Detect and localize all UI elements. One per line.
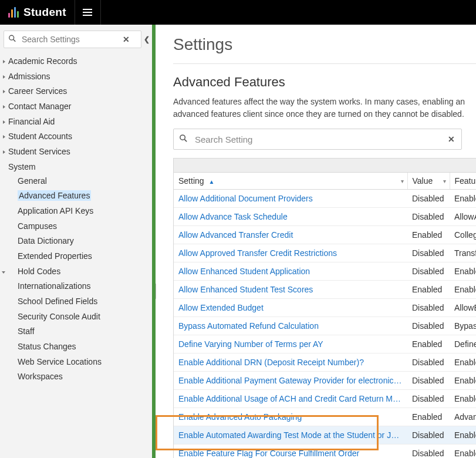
setting-feature: Enable xyxy=(450,281,476,299)
page-title: Settings xyxy=(173,35,476,54)
column-label: Featu xyxy=(455,176,476,186)
setting-link[interactable]: Enable Feature Flag For Course Fulfillme… xyxy=(174,444,407,459)
setting-link[interactable]: Bypass Automated Refund Calculation xyxy=(174,317,407,335)
column-header-feature[interactable]: Featu xyxy=(450,173,476,190)
setting-link[interactable]: Allow Advance Task Schedule xyxy=(174,208,407,226)
column-header-setting[interactable]: Setting ▲ ▾ xyxy=(174,173,407,190)
sidebar-search: ✕ ❮ xyxy=(0,25,152,54)
setting-feature: Enable xyxy=(450,190,476,208)
collapse-sidebar-button[interactable]: ❮ xyxy=(144,35,150,43)
sidebar-search-input[interactable] xyxy=(4,31,141,48)
sidebar-item-label: Staff xyxy=(18,326,35,336)
table-row[interactable]: Allow Extended BudgetDisabledAllowE xyxy=(174,299,476,317)
clear-icon[interactable]: ✕ xyxy=(448,134,455,144)
sidebar-item-label: Data Dictionary xyxy=(18,236,74,245)
clear-icon[interactable]: ✕ xyxy=(123,35,130,44)
setting-value: Disabled xyxy=(407,208,450,226)
sidebar-subitem-school-defined-fields[interactable]: School Defined Fields xyxy=(18,294,152,309)
sidebar-item-academic-records[interactable]: Academic Records xyxy=(0,54,152,69)
sidebar-item-label: Campuses xyxy=(18,221,57,231)
setting-link[interactable]: Enable Additional DRN (Deposit Receipt N… xyxy=(174,353,407,372)
column-header-value[interactable]: Value ▾ xyxy=(407,173,450,190)
sidebar-item-label: Security Console Audit xyxy=(18,312,100,321)
chevron-down-icon[interactable]: ▾ xyxy=(443,178,446,184)
sidebar-nav: Academic Records Admissions Career Servi… xyxy=(0,54,152,392)
table-row[interactable]: Enable Advanced Auto PackagingEnabledAdv… xyxy=(174,408,476,426)
sidebar-item-financial-aid[interactable]: Financial Aid xyxy=(0,114,152,130)
setting-link[interactable]: Define Varying Number of Terms per AY xyxy=(174,335,407,353)
table-row[interactable]: Enable Additional DRN (Deposit Receipt N… xyxy=(174,353,476,372)
section-title: Advanced Features xyxy=(173,75,476,90)
setting-link[interactable]: Allow Enhanced Student Application xyxy=(174,262,407,281)
sidebar-subitem-advanced-features[interactable]: Advanced Features xyxy=(18,188,152,204)
table-row[interactable]: Define Varying Number of Terms per AYEna… xyxy=(174,335,476,353)
setting-value: Disabled xyxy=(407,262,450,281)
menu-toggle-button[interactable] xyxy=(75,0,101,25)
sidebar-subitem-workspaces[interactable]: Workspaces xyxy=(18,369,152,385)
setting-value: Disabled xyxy=(407,353,450,372)
table-row[interactable]: Enable Additional Usage of ACH and Credi… xyxy=(174,390,476,408)
sidebar-item-label: Financial Aid xyxy=(8,117,55,126)
sidebar-subitem-general[interactable]: General xyxy=(18,174,152,189)
setting-link[interactable]: Enable Advanced Auto Packaging xyxy=(174,408,407,426)
main-content: Settings Advanced Features Advanced feat… xyxy=(154,25,476,458)
setting-link[interactable]: Enable Automated Awarding Test Mode at t… xyxy=(174,426,407,444)
sidebar-subitem-internationalizations[interactable]: Internationalizations xyxy=(18,279,152,294)
setting-feature: Enable xyxy=(450,426,476,444)
sidebar-item-system[interactable]: System General Advanced Features Applica… xyxy=(0,160,152,386)
setting-feature: AllowA xyxy=(450,208,476,226)
sidebar-subitem-application-api-keys[interactable]: Application API Keys xyxy=(18,204,152,219)
sidebar-item-label: Internationalizations xyxy=(18,281,91,291)
settings-grid: Setting ▲ ▾ Value ▾ Featu Allow Addit xyxy=(173,158,476,458)
setting-value: Disabled xyxy=(407,390,450,408)
setting-link[interactable]: Allow Enhanced Student Test Scores xyxy=(174,281,407,299)
sidebar-item-label: General xyxy=(18,176,47,186)
sidebar-item-label: Admissions xyxy=(8,72,50,81)
sidebar-subitem-web-service-locations[interactable]: Web Service Locations xyxy=(18,355,152,370)
section-description: Advanced features affect the way the sys… xyxy=(173,96,476,120)
table-row[interactable]: Enable Additional Payment Gateway Provid… xyxy=(174,372,476,390)
setting-link[interactable]: Enable Additional Payment Gateway Provid… xyxy=(174,372,407,390)
setting-value: Disabled xyxy=(407,190,450,208)
table-row[interactable]: Allow Approved Transfer Credit Restricti… xyxy=(174,244,476,262)
sidebar-subitem-hold-codes[interactable]: Hold Codes xyxy=(18,264,152,279)
table-row[interactable]: Allow Enhanced Student Test ScoresEnable… xyxy=(174,281,476,299)
table-row[interactable]: Enable Automated Awarding Test Mode at t… xyxy=(174,426,476,444)
sidebar-subitem-security-console-audit[interactable]: Security Console Audit xyxy=(18,309,152,325)
table-row[interactable]: Enable Feature Flag For Course Fulfillme… xyxy=(174,444,476,459)
setting-feature: Define xyxy=(450,335,476,353)
setting-value: Disabled xyxy=(407,244,450,262)
setting-link[interactable]: Allow Extended Budget xyxy=(174,299,407,317)
sidebar-item-career-services[interactable]: Career Services xyxy=(0,84,152,99)
sidebar-subitem-extended-properties[interactable]: Extended Properties xyxy=(18,249,152,264)
sidebar-subitem-status-changes[interactable]: Status Changes xyxy=(18,339,152,355)
sidebar-item-student-services[interactable]: Student Services xyxy=(0,144,152,160)
sidebar-item-contact-manager[interactable]: Contact Manager xyxy=(0,99,152,114)
sidebar-subitem-data-dictionary[interactable]: Data Dictionary xyxy=(18,234,152,249)
brand-logo-icon xyxy=(8,7,19,18)
divider xyxy=(173,63,476,64)
sidebar-subitem-campuses[interactable]: Campuses xyxy=(18,219,152,234)
splitter-handle[interactable] xyxy=(154,283,156,299)
table-header-row: Setting ▲ ▾ Value ▾ Featu xyxy=(174,173,476,190)
table-row[interactable]: Bypass Automated Refund CalculationDisab… xyxy=(174,317,476,335)
setting-search-input[interactable] xyxy=(173,129,462,150)
sidebar-item-label: Extended Properties xyxy=(18,251,92,261)
table-row[interactable]: Allow Advance Task ScheduleDisabledAllow… xyxy=(174,208,476,226)
top-bar: Student xyxy=(0,0,476,25)
sidebar-subitem-staff[interactable]: Staff xyxy=(18,324,152,339)
setting-link[interactable]: Enable Additional Usage of ACH and Credi… xyxy=(174,390,407,408)
table-row[interactable]: Allow Additional Document ProvidersDisab… xyxy=(174,190,476,208)
sidebar-item-label: Advanced Features xyxy=(18,190,91,201)
sidebar: ✕ ❮ Academic Records Admissions Career S… xyxy=(0,25,154,458)
sidebar-item-admissions[interactable]: Admissions xyxy=(0,69,152,85)
table-row[interactable]: Allow Advanced Transfer CreditEnabledCol… xyxy=(174,226,476,244)
setting-link[interactable]: Allow Approved Transfer Credit Restricti… xyxy=(174,244,407,262)
setting-link[interactable]: Allow Additional Document Providers xyxy=(174,190,407,208)
brand[interactable]: Student xyxy=(0,0,75,25)
setting-link[interactable]: Allow Advanced Transfer Credit xyxy=(174,226,407,244)
sidebar-item-student-accounts[interactable]: Student Accounts xyxy=(0,129,152,144)
table-row[interactable]: Allow Enhanced Student ApplicationDisabl… xyxy=(174,262,476,281)
sidebar-item-label: Contact Manager xyxy=(8,102,71,111)
chevron-down-icon[interactable]: ▾ xyxy=(401,178,404,184)
